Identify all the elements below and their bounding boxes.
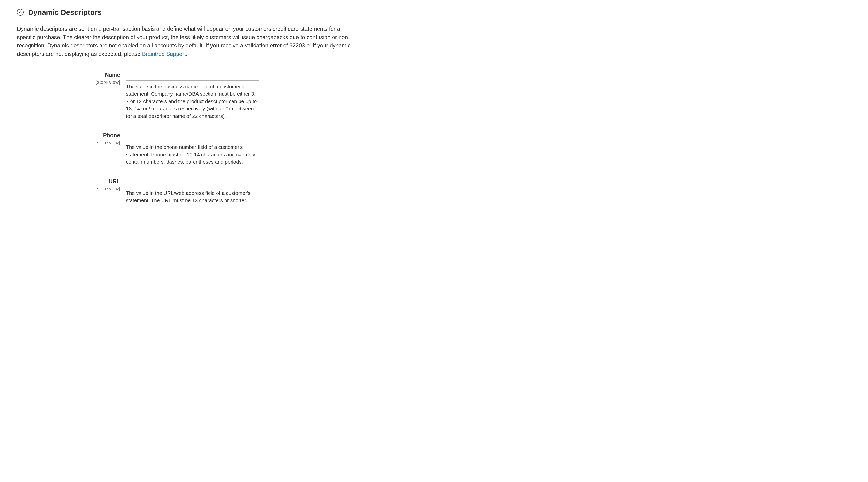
input-column: The value in the business name field of … xyxy=(126,69,259,120)
braintree-support-link[interactable]: Braintree Support xyxy=(142,51,186,57)
label-column: Name [store view] xyxy=(17,69,126,86)
phone-help-text: The value in the phone number field of a… xyxy=(126,143,259,166)
phone-scope: [store view] xyxy=(17,139,120,146)
field-row-url: URL [store view] The value in the URL/we… xyxy=(17,175,851,204)
name-label: Name xyxy=(17,71,120,79)
label-column: URL [store view] xyxy=(17,175,126,192)
url-scope: [store view] xyxy=(17,185,120,192)
name-input[interactable] xyxy=(126,69,259,81)
name-scope: [store view] xyxy=(17,79,120,86)
intro-suffix: . xyxy=(186,51,187,57)
section-description: Dynamic descriptors are sent on a per-tr… xyxy=(17,25,351,58)
field-row-name: Name [store view] The value in the busin… xyxy=(17,69,851,120)
chevron-up-icon xyxy=(17,9,24,16)
section-header-toggle[interactable]: Dynamic Descriptors xyxy=(17,7,851,18)
label-column: Phone [store view] xyxy=(17,130,126,146)
url-input[interactable] xyxy=(126,175,259,187)
name-help-text: The value in the business name field of … xyxy=(126,83,259,120)
input-column: The value in the phone number field of a… xyxy=(126,130,259,166)
phone-label: Phone xyxy=(17,131,120,139)
input-column: The value in the URL/web address field o… xyxy=(126,175,259,204)
section-title: Dynamic Descriptors xyxy=(28,7,102,18)
url-help-text: The value in the URL/web address field o… xyxy=(126,190,259,204)
field-row-phone: Phone [store view] The value in the phon… xyxy=(17,130,851,166)
phone-input[interactable] xyxy=(126,130,259,141)
url-label: URL xyxy=(17,178,120,185)
